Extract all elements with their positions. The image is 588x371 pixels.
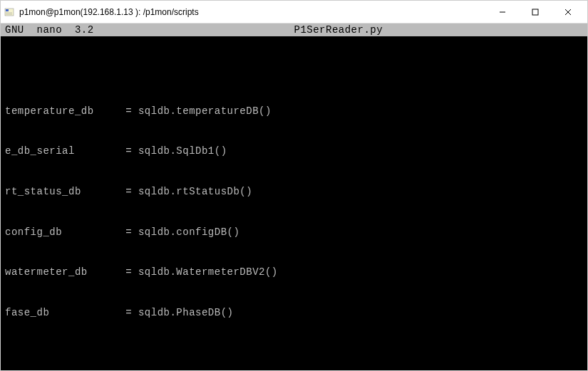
code-line: rt_status_db = sqldb.rtStatusDb() xyxy=(5,185,583,199)
code-line: watermeter_db = sqldb.WatermeterDBV2() xyxy=(5,266,583,279)
maximize-button[interactable] xyxy=(519,1,552,23)
code-line: temperature_db = sqldb.temperatureDB() xyxy=(5,105,583,118)
svg-rect-5 xyxy=(532,9,538,15)
minimize-button[interactable] xyxy=(486,1,519,23)
code-line: fase_db = sqldb.PhaseDB() xyxy=(5,306,583,320)
nano-filename: P1SerReader.py xyxy=(94,23,583,36)
blank-line xyxy=(5,347,583,360)
titlebar: p1mon@p1mon(192.168.1.13 ): /p1mon/scrip… xyxy=(1,1,587,23)
blank-line xyxy=(5,65,583,78)
terminal-area[interactable]: GNU nano 3.2 P1SerReader.py temperature_… xyxy=(1,23,587,370)
window-controls xyxy=(486,1,584,23)
nano-header: GNU nano 3.2 P1SerReader.py xyxy=(1,23,587,36)
editor-content[interactable]: temperature_db = sqldb.temperatureDB() e… xyxy=(1,36,587,370)
terminal-window: p1mon@p1mon(192.168.1.13 ): /p1mon/scrip… xyxy=(0,0,588,371)
nano-version: GNU nano 3.2 xyxy=(5,23,94,36)
code-line: config_db = sqldb.configDB() xyxy=(5,226,583,239)
code-line: e_db_serial = sqldb.SqlDb1() xyxy=(5,145,583,158)
window-title: p1mon@p1mon(192.168.1.13 ): /p1mon/scrip… xyxy=(19,7,486,17)
close-button[interactable] xyxy=(552,1,584,23)
svg-rect-1 xyxy=(6,9,9,11)
app-icon xyxy=(4,6,15,18)
